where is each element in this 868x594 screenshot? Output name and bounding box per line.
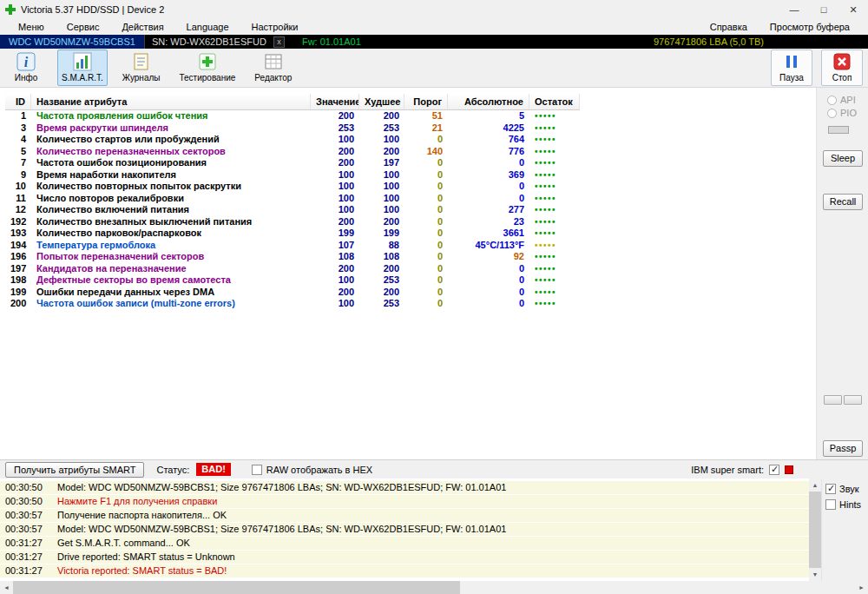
app-icon (5, 4, 16, 15)
smart-row-11[interactable]: 11Число повторов рекалибровки10010000•••… (5, 193, 580, 205)
header-value[interactable]: Значение (311, 94, 359, 109)
attribute-worst: 100 (359, 134, 404, 146)
ibm-smart-checkbox[interactable] (769, 465, 779, 475)
menu-item-buffer-view[interactable]: Просмотр буфера (759, 22, 861, 32)
menu-item-service[interactable]: Сервис (56, 22, 111, 32)
sound-checkbox[interactable] (825, 484, 836, 494)
attribute-name: Ошибки передачи данных через DMA (31, 287, 311, 299)
recall-button[interactable]: Recall (823, 194, 863, 210)
smart-row-193[interactable]: 193Количество парковок/распарковок199199… (5, 228, 580, 240)
window-title: Victoria 5.37 HDD/SSD | Device 2 (21, 4, 164, 15)
info-label: Инфо (15, 73, 38, 82)
header-attribute-name[interactable]: Название атрибута (31, 94, 311, 109)
attribute-id: 7 (5, 157, 31, 169)
editor-button[interactable]: Редактор (250, 50, 296, 86)
attribute-id: 193 (5, 228, 31, 240)
attribute-value: 200 (311, 146, 359, 158)
maximize-button[interactable]: □ (809, 0, 838, 19)
smart-row-1[interactable]: 1Частота проявления ошибок чтения2002005… (5, 110, 580, 122)
pio-radio[interactable] (827, 109, 837, 118)
device-capacity: 9767471806 LBA (5,0 TB) (654, 36, 868, 47)
smart-row-199[interactable]: 199Ошибки передачи данных через DMA20020… (5, 287, 580, 299)
attribute-worst: 253 (359, 298, 404, 310)
testing-button[interactable]: Тестирование (174, 50, 240, 86)
header-id[interactable]: ID (5, 94, 31, 109)
scroll-left-icon[interactable]: ◄ (0, 581, 13, 594)
header-threshold[interactable]: Порог (404, 94, 448, 109)
smart-button[interactable]: S.M.A.R.T. (57, 50, 108, 86)
attribute-health-dots: ••••• (529, 169, 580, 182)
smart-row-7[interactable]: 7Частота ошибок позиционирования20019700… (5, 157, 580, 169)
smart-row-3[interactable]: 3Время раскрутки шпинделя253253214225•••… (5, 122, 580, 135)
attribute-threshold: 0 (404, 204, 448, 216)
menubar: Меню Сервис Действия Language Настройки … (0, 19, 868, 35)
smart-row-9[interactable]: 9Время наработки накопителя1001000369•••… (5, 169, 580, 182)
attribute-id: 11 (5, 193, 31, 205)
header-absolute[interactable]: Абсолютное (448, 94, 529, 109)
attribute-health-dots: ••••• (529, 146, 580, 158)
attribute-health-dots: ••••• (529, 181, 580, 193)
log-message: Нажмите F1 для получения справки (50, 495, 217, 508)
mini-button-left[interactable] (824, 395, 842, 405)
menu-item-help[interactable]: Справка (699, 22, 759, 32)
scroll-up-icon[interactable]: ▲ (809, 478, 821, 492)
stop-button[interactable]: Стоп (821, 50, 863, 86)
log-entry: 00:31:27Drive reported: SMART status = U… (0, 551, 809, 564)
status-label: Статус: (156, 465, 189, 475)
log-timestamp: 00:31:27 (0, 551, 50, 564)
sleep-button[interactable]: Sleep (823, 150, 863, 167)
vertical-scroll-thumb[interactable] (809, 492, 821, 568)
close-button[interactable]: ✕ (838, 0, 868, 19)
pause-button[interactable]: Пауза (771, 50, 812, 86)
menu-item-language[interactable]: Language (175, 22, 240, 32)
device-close-icon[interactable]: x (273, 36, 285, 48)
header-worst[interactable]: Худшее (359, 94, 404, 109)
smart-row-12[interactable]: 12Количество включений питания1001000277… (5, 204, 580, 216)
api-radio[interactable] (827, 96, 837, 105)
minimize-button[interactable]: — (779, 0, 809, 19)
attribute-name: Количество повторных попыток раскрутки (31, 181, 311, 193)
smart-row-10[interactable]: 10Количество повторных попыток раскрутки… (5, 181, 580, 193)
attribute-worst: 253 (359, 122, 404, 135)
raw-hex-checkbox[interactable] (252, 465, 262, 475)
mini-button-right[interactable] (844, 395, 862, 405)
menu-item-actions[interactable]: Действия (110, 22, 174, 32)
smart-row-197[interactable]: 197Кандидатов на переназначение20020000•… (5, 263, 580, 275)
attribute-value: 100 (311, 204, 359, 216)
attribute-threshold: 0 (404, 287, 448, 299)
attribute-threshold: 0 (404, 298, 448, 310)
attribute-health-dots: ••••• (529, 134, 580, 146)
attribute-threshold: 0 (404, 240, 448, 252)
scroll-right-icon[interactable]: ► (855, 581, 868, 594)
smart-row-5[interactable]: 5Количество переназначенных секторов2002… (5, 146, 580, 158)
horizontal-scroll-thumb[interactable] (13, 581, 460, 594)
smart-row-192[interactable]: 192Количество внезапных выключений питан… (5, 216, 580, 228)
editor-grid-icon (263, 51, 284, 72)
scroll-down-icon[interactable]: ▼ (809, 568, 821, 581)
menu-item-settings[interactable]: Настройки (240, 22, 310, 32)
logs-button[interactable]: Журналы (118, 50, 165, 86)
smart-row-194[interactable]: 194Температура гермоблока10788045°C/113°… (5, 240, 580, 252)
smart-row-196[interactable]: 196Попыток переназначений секторов108108… (5, 251, 580, 263)
testing-label: Тестирование (179, 73, 235, 82)
header-health[interactable]: Остаток (529, 94, 580, 109)
smart-row-198[interactable]: 198Дефектные секторы во время самотеста1… (5, 274, 580, 287)
attribute-value: 108 (311, 251, 359, 263)
info-button[interactable]: i Инфо (5, 50, 47, 86)
hints-checkbox[interactable] (825, 499, 836, 510)
attribute-name: Температура гермоблока (31, 240, 311, 252)
attribute-id: 9 (5, 169, 31, 182)
log-timestamp: 00:30:57 (0, 523, 50, 536)
sleep-row: Sleep (817, 150, 868, 167)
attribute-threshold: 0 (404, 274, 448, 287)
get-smart-button[interactable]: Получить атрибуты SMART (5, 462, 144, 478)
smart-row-200[interactable]: 200Частота ошибок записи (multi-zone err… (5, 298, 580, 310)
menu-item-menu[interactable]: Меню (7, 22, 56, 32)
device-tab[interactable]: WDC WD50NMZW-59BCBS1 (0, 35, 145, 49)
log-panel: 00:30:50Model: WDC WD50NMZW-59BCBS1; Siz… (0, 478, 868, 581)
attribute-absolute: 0 (448, 193, 529, 205)
smart-row-4[interactable]: 4Количество стартов или пробуждений10010… (5, 134, 580, 146)
passp-button[interactable]: Passp (823, 440, 863, 457)
attribute-absolute: 4225 (448, 122, 529, 135)
attribute-name: Количество включений питания (31, 204, 311, 216)
